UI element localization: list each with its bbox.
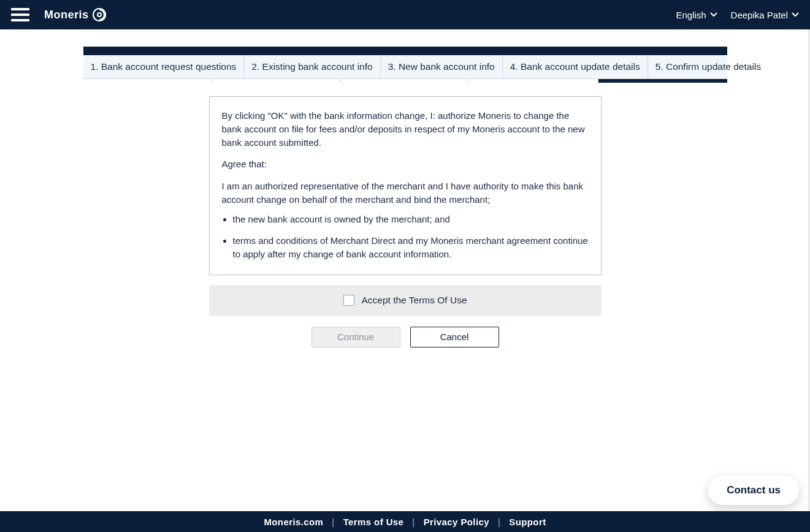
terms-agree-heading: Agree that: [222, 158, 589, 171]
step-underline [341, 79, 470, 83]
wizard-topbar [83, 47, 727, 55]
cancel-button[interactable]: Cancel [410, 327, 499, 348]
step-5[interactable]: 5. Confirm update details [648, 55, 768, 78]
terms-bullets: the new bank account is owned by the mer… [222, 213, 589, 261]
continue-button[interactable]: Continue [311, 327, 400, 348]
button-row: Continue Cancel [209, 327, 602, 348]
menu-icon[interactable] [11, 8, 29, 21]
step-label: 1. Bank account request questions [91, 61, 237, 72]
step-underline [212, 79, 341, 83]
terms-auth-text: I am an authorized representative of the… [222, 180, 589, 207]
footer-separator: | [332, 517, 334, 527]
footer-link-support[interactable]: Support [509, 517, 546, 527]
wizard-underline [83, 79, 727, 83]
button-label: Continue [337, 332, 374, 342]
app-header: Moneris English Deepika Patel [0, 0, 810, 29]
step-underline [470, 79, 598, 83]
brand-name: Moneris [44, 9, 89, 21]
step-underline [83, 79, 212, 83]
terms-bullet: terms and conditions of Merchant Direct … [233, 234, 589, 261]
brand-swirl-icon [90, 6, 109, 23]
language-dropdown[interactable]: English [676, 10, 717, 20]
footer: Moneris.com | Terms of Use | Privacy Pol… [0, 511, 810, 532]
user-name: Deepika Patel [731, 10, 788, 20]
step-4[interactable]: 4. Bank account update details [503, 55, 648, 78]
chevron-down-icon [710, 12, 717, 17]
footer-link-terms[interactable]: Terms of Use [343, 517, 404, 527]
contact-us-label: Contact us [727, 484, 781, 496]
contact-us-button[interactable]: Contact us [708, 476, 799, 505]
step-label: 3. New bank account info [388, 61, 495, 72]
svg-point-1 [97, 13, 101, 17]
accept-checkbox[interactable] [343, 295, 354, 306]
wizard: 1. Bank account request questions 2. Exi… [83, 47, 727, 348]
brand-logo[interactable]: Moneris [44, 6, 109, 23]
terms-intro: By clicking "OK" with the bank informati… [222, 109, 589, 149]
footer-separator: | [412, 517, 415, 527]
step-underline-active [598, 79, 727, 83]
user-dropdown[interactable]: Deepika Patel [731, 10, 799, 20]
terms-bullet: the new bank account is owned by the mer… [233, 213, 589, 226]
button-label: Cancel [440, 332, 469, 342]
page-body: 1. Bank account request questions 2. Exi… [0, 29, 810, 348]
step-label: 4. Bank account update details [510, 61, 640, 72]
wizard-steps: 1. Bank account request questions 2. Exi… [83, 55, 727, 79]
step-2[interactable]: 2. Existing bank account info [244, 55, 380, 78]
step-3[interactable]: 3. New bank account info [381, 55, 503, 78]
step-label: 2. Existing bank account info [251, 61, 372, 72]
accept-label: Accept the Terms Of Use [362, 295, 467, 306]
language-label: English [676, 10, 706, 20]
step-1[interactable]: 1. Bank account request questions [83, 55, 245, 78]
step-label: 5. Confirm update details [655, 61, 761, 72]
terms-card: By clicking "OK" with the bank informati… [209, 96, 602, 275]
footer-link-privacy[interactable]: Privacy Policy [424, 517, 489, 527]
footer-separator: | [498, 517, 500, 527]
chevron-down-icon [792, 12, 799, 17]
footer-link-moneris[interactable]: Moneris.com [264, 517, 323, 527]
accept-bar: Accept the Terms Of Use [209, 285, 602, 316]
